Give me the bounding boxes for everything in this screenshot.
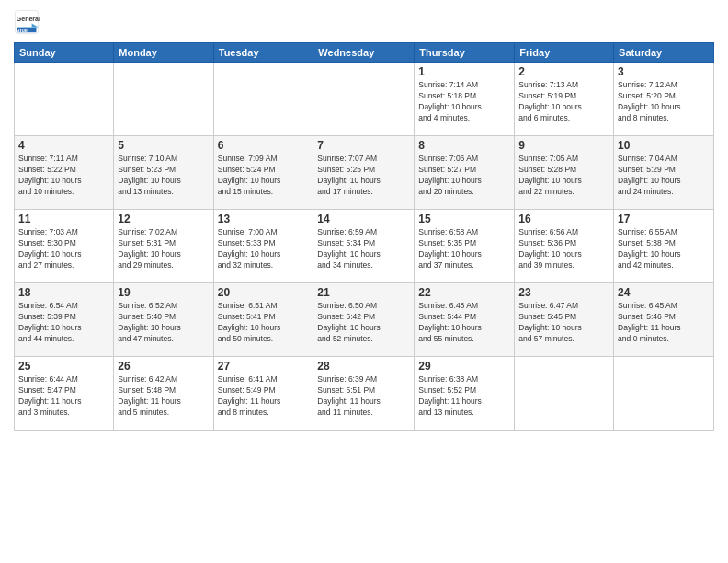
day-info: Sunrise: 7:07 AM Sunset: 5:25 PM Dayligh…: [317, 154, 410, 198]
calendar-table: SundayMondayTuesdayWednesdayThursdayFrid…: [14, 42, 714, 431]
day-number: 8: [418, 139, 510, 152]
calendar-cell: [15, 63, 114, 136]
header: General Blue: [14, 9, 714, 35]
day-number: 24: [618, 286, 710, 299]
svg-text:Blue: Blue: [17, 28, 28, 33]
calendar-cell: 23Sunrise: 6:47 AM Sunset: 5:45 PM Dayli…: [515, 283, 614, 357]
calendar-cell: 7Sunrise: 7:07 AM Sunset: 5:25 PM Daylig…: [313, 136, 415, 210]
calendar-cell: 1Sunrise: 7:14 AM Sunset: 5:18 PM Daylig…: [415, 63, 515, 136]
calendar-week-2: 11Sunrise: 7:03 AM Sunset: 5:30 PM Dayli…: [15, 210, 714, 283]
day-number: 4: [18, 139, 109, 152]
day-info: Sunrise: 6:55 AM Sunset: 5:38 PM Dayligh…: [618, 227, 710, 271]
day-info: Sunrise: 7:04 AM Sunset: 5:29 PM Dayligh…: [618, 154, 710, 198]
day-info: Sunrise: 6:51 AM Sunset: 5:41 PM Dayligh…: [218, 301, 310, 345]
day-number: 2: [518, 65, 609, 78]
day-number: 29: [418, 360, 510, 373]
day-number: 10: [618, 139, 710, 152]
main-container: General Blue SundayMondayTuesdayWednesda…: [0, 0, 728, 435]
calendar-cell: 22Sunrise: 6:48 AM Sunset: 5:44 PM Dayli…: [415, 283, 515, 357]
day-header-monday: Monday: [114, 43, 213, 63]
day-number: 25: [18, 360, 109, 373]
day-number: 28: [317, 360, 410, 373]
calendar-cell: 24Sunrise: 6:45 AM Sunset: 5:46 PM Dayli…: [614, 283, 714, 357]
day-info: Sunrise: 6:47 AM Sunset: 5:45 PM Dayligh…: [518, 301, 609, 345]
day-info: Sunrise: 7:12 AM Sunset: 5:20 PM Dayligh…: [618, 80, 710, 124]
calendar-cell: 8Sunrise: 7:06 AM Sunset: 5:27 PM Daylig…: [415, 136, 515, 210]
day-number: 13: [218, 213, 310, 225]
day-info: Sunrise: 6:50 AM Sunset: 5:42 PM Dayligh…: [317, 301, 410, 345]
calendar-cell: 2Sunrise: 7:13 AM Sunset: 5:19 PM Daylig…: [515, 63, 614, 136]
day-info: Sunrise: 6:38 AM Sunset: 5:52 PM Dayligh…: [418, 374, 510, 419]
calendar-cell: 17Sunrise: 6:55 AM Sunset: 5:38 PM Dayli…: [614, 210, 714, 283]
day-info: Sunrise: 6:54 AM Sunset: 5:39 PM Dayligh…: [18, 301, 109, 345]
day-info: Sunrise: 7:06 AM Sunset: 5:27 PM Dayligh…: [418, 154, 510, 198]
day-number: 7: [317, 139, 410, 152]
day-info: Sunrise: 6:44 AM Sunset: 5:47 PM Dayligh…: [18, 374, 109, 419]
day-number: 3: [618, 65, 710, 78]
day-number: 12: [118, 213, 209, 225]
day-number: 11: [18, 213, 109, 225]
day-info: Sunrise: 6:52 AM Sunset: 5:40 PM Dayligh…: [118, 301, 209, 345]
calendar-cell: 18Sunrise: 6:54 AM Sunset: 5:39 PM Dayli…: [15, 283, 114, 357]
calendar-week-4: 25Sunrise: 6:44 AM Sunset: 5:47 PM Dayli…: [15, 357, 714, 431]
calendar-header-row: SundayMondayTuesdayWednesdayThursdayFrid…: [15, 43, 714, 63]
calendar-cell: 3Sunrise: 7:12 AM Sunset: 5:20 PM Daylig…: [614, 63, 714, 136]
calendar-cell: [114, 63, 213, 136]
day-info: Sunrise: 7:03 AM Sunset: 5:30 PM Dayligh…: [18, 227, 109, 271]
day-number: 22: [418, 286, 510, 299]
calendar-cell: 5Sunrise: 7:10 AM Sunset: 5:23 PM Daylig…: [114, 136, 213, 210]
calendar-week-3: 18Sunrise: 6:54 AM Sunset: 5:39 PM Dayli…: [15, 283, 714, 357]
day-number: 27: [218, 360, 310, 373]
day-info: Sunrise: 7:05 AM Sunset: 5:28 PM Dayligh…: [518, 154, 609, 198]
calendar-cell: [515, 357, 614, 431]
calendar-cell: 15Sunrise: 6:58 AM Sunset: 5:35 PM Dayli…: [415, 210, 515, 283]
day-number: 17: [618, 213, 710, 225]
calendar-cell: 29Sunrise: 6:38 AM Sunset: 5:52 PM Dayli…: [415, 357, 515, 431]
calendar-cell: [213, 63, 313, 136]
day-number: 1: [418, 65, 510, 78]
day-info: Sunrise: 6:42 AM Sunset: 5:48 PM Dayligh…: [118, 374, 209, 419]
calendar-cell: [614, 357, 714, 431]
calendar-cell: 10Sunrise: 7:04 AM Sunset: 5:29 PM Dayli…: [614, 136, 714, 210]
calendar-cell: 4Sunrise: 7:11 AM Sunset: 5:22 PM Daylig…: [15, 136, 114, 210]
calendar-week-0: 1Sunrise: 7:14 AM Sunset: 5:18 PM Daylig…: [15, 63, 714, 136]
calendar-cell: 13Sunrise: 7:00 AM Sunset: 5:33 PM Dayli…: [213, 210, 313, 283]
calendar-cell: 16Sunrise: 6:56 AM Sunset: 5:36 PM Dayli…: [515, 210, 614, 283]
calendar-cell: 14Sunrise: 6:59 AM Sunset: 5:34 PM Dayli…: [313, 210, 415, 283]
day-number: 6: [218, 139, 310, 152]
day-header-tuesday: Tuesday: [213, 43, 313, 63]
day-info: Sunrise: 7:09 AM Sunset: 5:24 PM Dayligh…: [218, 154, 310, 198]
day-number: 26: [118, 360, 209, 373]
day-info: Sunrise: 7:11 AM Sunset: 5:22 PM Dayligh…: [18, 154, 109, 198]
logo: General Blue: [14, 9, 43, 35]
day-info: Sunrise: 6:56 AM Sunset: 5:36 PM Dayligh…: [518, 227, 609, 271]
day-number: 16: [518, 213, 609, 225]
calendar-cell: 20Sunrise: 6:51 AM Sunset: 5:41 PM Dayli…: [213, 283, 313, 357]
calendar-cell: 12Sunrise: 7:02 AM Sunset: 5:31 PM Dayli…: [114, 210, 213, 283]
day-info: Sunrise: 6:41 AM Sunset: 5:49 PM Dayligh…: [218, 374, 310, 419]
day-number: 18: [18, 286, 109, 299]
day-header-thursday: Thursday: [415, 43, 515, 63]
calendar-cell: 21Sunrise: 6:50 AM Sunset: 5:42 PM Dayli…: [313, 283, 415, 357]
day-number: 15: [418, 213, 510, 225]
calendar-cell: 19Sunrise: 6:52 AM Sunset: 5:40 PM Dayli…: [114, 283, 213, 357]
calendar-cell: 28Sunrise: 6:39 AM Sunset: 5:51 PM Dayli…: [313, 357, 415, 431]
day-info: Sunrise: 7:14 AM Sunset: 5:18 PM Dayligh…: [418, 80, 510, 124]
day-header-wednesday: Wednesday: [313, 43, 415, 63]
day-number: 23: [518, 286, 609, 299]
day-header-sunday: Sunday: [15, 43, 114, 63]
calendar-cell: 27Sunrise: 6:41 AM Sunset: 5:49 PM Dayli…: [213, 357, 313, 431]
day-info: Sunrise: 7:00 AM Sunset: 5:33 PM Dayligh…: [218, 227, 310, 271]
calendar-cell: 25Sunrise: 6:44 AM Sunset: 5:47 PM Dayli…: [15, 357, 114, 431]
day-number: 14: [317, 213, 410, 225]
day-header-friday: Friday: [515, 43, 614, 63]
day-info: Sunrise: 6:48 AM Sunset: 5:44 PM Dayligh…: [418, 301, 510, 345]
day-info: Sunrise: 7:02 AM Sunset: 5:31 PM Dayligh…: [118, 227, 209, 271]
day-number: 5: [118, 139, 209, 152]
calendar-cell: [313, 63, 415, 136]
day-info: Sunrise: 6:39 AM Sunset: 5:51 PM Dayligh…: [317, 374, 410, 419]
calendar-week-1: 4Sunrise: 7:11 AM Sunset: 5:22 PM Daylig…: [15, 136, 714, 210]
calendar-cell: 26Sunrise: 6:42 AM Sunset: 5:48 PM Dayli…: [114, 357, 213, 431]
day-number: 9: [518, 139, 609, 152]
day-info: Sunrise: 6:59 AM Sunset: 5:34 PM Dayligh…: [317, 227, 410, 271]
